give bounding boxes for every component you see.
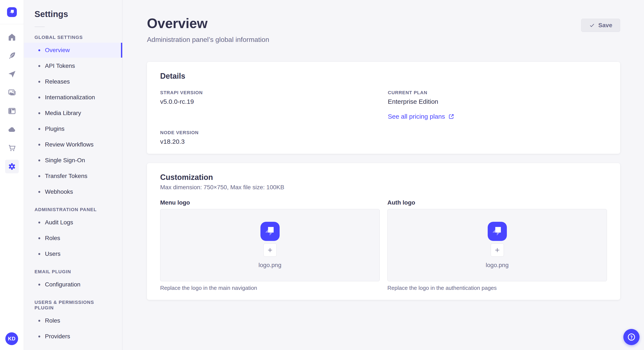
auth-logo-filename: logo.png bbox=[486, 262, 508, 269]
help-button[interactable] bbox=[623, 329, 640, 345]
page-title: Overview bbox=[147, 16, 620, 30]
settings-sidebar: Settings GLOBAL SETTINGS Overview API To… bbox=[24, 0, 122, 350]
sidebar-item-admin-roles[interactable]: Roles bbox=[24, 231, 122, 246]
sidebar-item-label: Transfer Tokens bbox=[45, 173, 87, 179]
sidebar-item-plugins[interactable]: Plugins bbox=[24, 121, 122, 136]
bullet-icon bbox=[38, 97, 40, 98]
bullet-icon bbox=[38, 81, 40, 83]
sidebar-item-media-library[interactable]: Media Library bbox=[24, 106, 122, 121]
strapi-logo-preview bbox=[488, 222, 507, 241]
bullet-icon bbox=[38, 191, 40, 193]
page-subtitle: Administration panel’s global informatio… bbox=[147, 36, 620, 44]
menu-logo-add-button[interactable] bbox=[264, 243, 277, 257]
pricing-plans-link[interactable]: See all pricing plans bbox=[388, 113, 454, 120]
strapi-version-label: STRAPI VERSION bbox=[160, 90, 379, 95]
media-gallery-icon bbox=[8, 88, 16, 97]
sidebar-title-divider bbox=[34, 26, 45, 27]
nav-section-heading-users-permissions: USERS & PERMISSIONS PLUGIN bbox=[34, 300, 112, 311]
strapi-version-field: STRAPI VERSION v5.0.0-rc.19 bbox=[160, 90, 379, 120]
nav-section-heading-admin-panel: ADMINISTRATION PANEL bbox=[34, 207, 112, 212]
sidebar-item-label: Audit Logs bbox=[45, 219, 73, 226]
check-icon bbox=[589, 22, 595, 28]
sidebar-item-label: Overview bbox=[45, 47, 70, 54]
nav-releases-button[interactable] bbox=[5, 67, 19, 81]
bullet-icon bbox=[38, 49, 40, 51]
bullet-icon bbox=[38, 320, 40, 322]
current-plan-label: CURRENT PLAN bbox=[388, 90, 607, 95]
bullet-icon bbox=[38, 128, 40, 130]
home-icon bbox=[8, 33, 16, 41]
nav-marketplace-button[interactable] bbox=[5, 141, 19, 155]
sidebar-item-label: Roles bbox=[45, 317, 60, 324]
sidebar-item-label: API Tokens bbox=[45, 62, 75, 69]
paper-plane-icon bbox=[8, 70, 16, 78]
node-version-value: v18.20.3 bbox=[160, 138, 379, 145]
nav-content-type-builder-button[interactable] bbox=[5, 104, 19, 118]
menu-logo-upload-area[interactable]: logo.png bbox=[160, 209, 380, 281]
gear-icon bbox=[8, 162, 16, 171]
sidebar-item-email-configuration[interactable]: Configuration bbox=[24, 277, 122, 292]
user-avatar[interactable]: KD bbox=[5, 332, 18, 345]
nav-section-heading-global: GLOBAL SETTINGS bbox=[34, 35, 112, 40]
strapi-version-value: v5.0.0-rc.19 bbox=[160, 98, 379, 105]
details-card: Details STRAPI VERSION v5.0.0-rc.19 CURR… bbox=[147, 62, 620, 154]
nav-media-library-button[interactable] bbox=[5, 86, 19, 99]
bullet-icon bbox=[38, 175, 40, 177]
sidebar-item-single-sign-on[interactable]: Single Sign-On bbox=[24, 153, 122, 168]
strapi-logo-icon[interactable] bbox=[7, 7, 17, 17]
menu-logo-caption: Replace the logo in the main navigation bbox=[160, 285, 380, 291]
sidebar-item-label: Review Workflows bbox=[45, 141, 94, 148]
sidebar-item-overview[interactable]: Overview bbox=[24, 43, 122, 58]
sidebar-item-api-tokens[interactable]: API Tokens bbox=[24, 58, 122, 73]
strapi-logo-preview bbox=[260, 222, 280, 241]
sidebar-item-webhooks[interactable]: Webhooks bbox=[24, 184, 122, 199]
cart-icon bbox=[8, 144, 16, 152]
sidebar-item-label: Media Library bbox=[45, 110, 81, 117]
settings-nav-list: GLOBAL SETTINGS Overview API Tokens Rele… bbox=[24, 35, 122, 344]
layout-icon bbox=[8, 107, 16, 115]
auth-logo-upload-area[interactable]: logo.png bbox=[388, 209, 607, 281]
customization-card: Customization Max dimension: 750×750, Ma… bbox=[147, 163, 620, 300]
sidebar-item-label: Single Sign-On bbox=[45, 157, 85, 164]
sidebar-item-review-workflows[interactable]: Review Workflows bbox=[24, 137, 122, 152]
save-button[interactable]: Save bbox=[581, 19, 620, 32]
bullet-icon bbox=[38, 284, 40, 286]
sidebar-item-audit-logs[interactable]: Audit Logs bbox=[24, 215, 122, 230]
sidebar-title: Settings bbox=[34, 9, 122, 19]
bullet-icon bbox=[38, 65, 40, 67]
auth-logo-caption: Replace the logo in the authentication p… bbox=[388, 285, 607, 291]
question-mark-icon bbox=[627, 332, 636, 342]
bullet-icon bbox=[38, 144, 40, 146]
auth-logo-label: Auth logo bbox=[388, 199, 607, 206]
sidebar-item-label: Users bbox=[45, 250, 60, 257]
node-version-label: NODE VERSION bbox=[160, 130, 379, 136]
plus-icon bbox=[494, 247, 500, 253]
sidebar-item-releases[interactable]: Releases bbox=[24, 74, 122, 89]
auth-logo-add-button[interactable] bbox=[491, 243, 504, 257]
sidebar-item-label: Webhooks bbox=[45, 188, 73, 195]
pricing-plans-link-label: See all pricing plans bbox=[388, 113, 445, 120]
bullet-icon bbox=[38, 222, 40, 223]
nav-settings-button[interactable] bbox=[5, 160, 19, 173]
nav-home-button[interactable] bbox=[5, 30, 19, 44]
sidebar-item-admin-users[interactable]: Users bbox=[24, 246, 122, 261]
rail-divider bbox=[0, 24, 24, 24]
nav-content-manager-button[interactable] bbox=[5, 49, 19, 62]
customization-card-subtitle: Max dimension: 750×750, Max file size: 1… bbox=[160, 184, 607, 191]
active-indicator bbox=[121, 43, 122, 58]
sidebar-item-internationalization[interactable]: Internationalization bbox=[24, 90, 122, 105]
node-version-field: NODE VERSION v18.20.3 bbox=[160, 130, 379, 145]
main-content: Overview Administration panel’s global i… bbox=[123, 0, 644, 350]
plus-icon bbox=[267, 247, 273, 253]
bullet-icon bbox=[38, 336, 40, 338]
nav-cloud-button[interactable] bbox=[5, 123, 19, 136]
bullet-icon bbox=[38, 237, 40, 239]
sidebar-item-transfer-tokens[interactable]: Transfer Tokens bbox=[24, 169, 122, 183]
sidebar-item-up-roles[interactable]: Roles bbox=[24, 313, 122, 328]
cloud-icon bbox=[8, 125, 16, 134]
menu-logo-label: Menu logo bbox=[160, 199, 380, 206]
sidebar-item-label: Internationalization bbox=[45, 94, 95, 101]
sidebar-item-label: Providers bbox=[45, 333, 70, 340]
menu-logo-field: Menu logo logo.png Replace bbox=[160, 199, 380, 291]
sidebar-item-up-providers[interactable]: Providers bbox=[24, 329, 122, 344]
